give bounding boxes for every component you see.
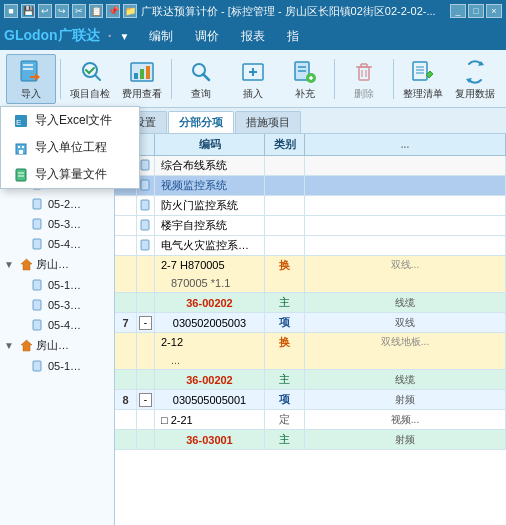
cell-type: 换 xyxy=(265,333,305,351)
cell-type2 xyxy=(265,274,305,292)
expand-btn-7[interactable]: - xyxy=(139,316,152,330)
table-row[interactable]: 36-00202 主 线缆 xyxy=(115,293,506,313)
tab-cuoshimubiao[interactable]: 措施项目 xyxy=(235,111,301,133)
table-panel: 编码 类别 ... 综合布线系统 xyxy=(115,134,506,525)
tree-node-c7[interactable]: 05-4… xyxy=(0,315,114,335)
cell-type: 定 xyxy=(265,410,305,429)
supplement-button[interactable]: 补充 xyxy=(280,54,330,104)
copy-title-btn[interactable]: 📋 xyxy=(89,4,103,18)
insert-button[interactable]: 插入 xyxy=(228,54,278,104)
cell-expand[interactable]: - xyxy=(137,313,155,332)
query-button[interactable]: 查询 xyxy=(176,54,226,104)
svg-rect-45 xyxy=(33,199,41,209)
paste-title-btn[interactable]: 📌 xyxy=(106,4,120,18)
menu-zhi[interactable]: 指 xyxy=(277,23,309,49)
tree-node-c2[interactable]: 05-2… xyxy=(0,194,114,214)
reuse-button[interactable]: 复用数据 xyxy=(450,54,500,104)
cell-rest xyxy=(305,236,506,255)
tree-node-c3[interactable]: 05-3… xyxy=(0,214,114,234)
table-row[interactable]: 36-00202 主 线缆 xyxy=(115,370,506,390)
menu-tiaojia[interactable]: 调价 xyxy=(185,23,229,49)
table-row[interactable]: 7 - 030502005003 项 双线 xyxy=(115,313,506,333)
table-row[interactable]: 综合布线系统 xyxy=(115,156,506,176)
menu-bianzhi[interactable]: 编制 xyxy=(139,23,183,49)
tab-bubufenxiang[interactable]: 分部分项 xyxy=(168,111,234,133)
toolbar-sep-1 xyxy=(60,59,61,99)
table-row[interactable]: 2-7 H870005 换 双线... 870005 *1.1 xyxy=(115,256,506,293)
svg-line-6 xyxy=(95,75,100,80)
table-row[interactable]: □ 2-21 定 视频... xyxy=(115,410,506,430)
cut-title-btn[interactable]: ✂ xyxy=(72,4,86,18)
tree-node-root3[interactable]: ▼ 房山… xyxy=(0,335,114,356)
file-icon-c3 xyxy=(31,217,45,231)
svg-rect-57 xyxy=(141,220,149,230)
table-row[interactable]: 电气火灾监控系… xyxy=(115,236,506,256)
cell-rest: 射频 xyxy=(305,390,506,409)
table-row[interactable]: 2-12 换 双线地板... ... xyxy=(115,333,506,370)
self-check-button[interactable]: 项目自检 xyxy=(65,54,115,104)
cell-rest xyxy=(305,196,506,215)
save-title-btn[interactable]: 💾 xyxy=(21,4,35,18)
svg-rect-58 xyxy=(141,240,149,250)
table-row[interactable]: 楼宇自控系统 xyxy=(115,216,506,236)
tree-node-c6[interactable]: 05-3… xyxy=(0,295,114,315)
cell-seq xyxy=(115,256,137,274)
logo-separator: · xyxy=(108,28,112,44)
fee-check-button[interactable]: 费用查看 xyxy=(117,54,167,104)
cell-rest xyxy=(305,176,506,195)
clean-label: 整理清单 xyxy=(403,88,443,99)
cell-type: 主 xyxy=(265,370,305,389)
cell-code: 36-03001 xyxy=(155,430,265,449)
cell-rest2 xyxy=(305,274,506,292)
delete-icon xyxy=(350,58,378,86)
self-check-icon xyxy=(76,58,104,86)
cell-expand[interactable]: - xyxy=(137,390,155,409)
svg-rect-1 xyxy=(23,64,33,66)
import-calc-item[interactable]: 导入算量文件 xyxy=(1,161,139,188)
building-icon xyxy=(13,140,29,156)
table-row[interactable]: 8 - 030505005001 项 射频 xyxy=(115,390,506,410)
menu-bar: GLodon广联达 · ▼ 编制 调价 报表 指 xyxy=(0,22,506,50)
delete-button[interactable]: 删除 xyxy=(339,54,389,104)
folder-title-btn[interactable]: 📁 xyxy=(123,4,137,18)
svg-rect-10 xyxy=(146,66,150,79)
tree-node-c4[interactable]: 05-4… xyxy=(0,234,114,254)
logo: GLodon广联达 · ▼ xyxy=(4,27,129,45)
cell-seq xyxy=(115,333,137,351)
import-button[interactable]: 导入 xyxy=(6,54,56,104)
import-excel-item[interactable]: E 导入Excel文件 xyxy=(1,107,139,134)
clean-button[interactable]: 整理清单 xyxy=(398,54,448,104)
close-btn[interactable]: × xyxy=(486,4,502,18)
cell-code: 电气火灾监控系… xyxy=(155,236,265,255)
table-row[interactable]: 防火门监控系统 xyxy=(115,196,506,216)
menu-baobiao[interactable]: 报表 xyxy=(231,23,275,49)
cell-type: 项 xyxy=(265,390,305,409)
undo-title-btn[interactable]: ↩ xyxy=(38,4,52,18)
cell-type xyxy=(265,176,305,195)
expand-icon-root3[interactable]: ▼ xyxy=(4,340,16,351)
redo-title-btn[interactable]: ↪ xyxy=(55,4,69,18)
import-unit-item[interactable]: 导入单位工程 xyxy=(1,134,139,161)
cell-rest xyxy=(305,216,506,235)
logo-dropdown-arrow[interactable]: ▼ xyxy=(120,31,130,42)
table-row[interactable]: 36-03001 主 射频 xyxy=(115,430,506,450)
cell-code: 视频监控系统 xyxy=(155,176,265,195)
file-icon-c8 xyxy=(31,359,45,373)
import-icon xyxy=(17,58,45,86)
cell-seq xyxy=(115,370,137,389)
table-row[interactable]: 视频监控系统 xyxy=(115,176,506,196)
minimize-btn[interactable]: _ xyxy=(450,4,466,18)
house-icon-root3 xyxy=(19,339,33,353)
cell-code2: ... xyxy=(155,351,265,369)
tree-node-c8[interactable]: 05-1… xyxy=(0,356,114,376)
expand-btn-8[interactable]: - xyxy=(139,393,152,407)
maximize-btn[interactable]: □ xyxy=(468,4,484,18)
cell-seq xyxy=(115,196,137,215)
tree-node-c5[interactable]: 05-1… xyxy=(0,275,114,295)
reuse-icon xyxy=(461,58,489,86)
tree-node-root2[interactable]: ▼ 房山… xyxy=(0,254,114,275)
expand-icon-root2[interactable]: ▼ xyxy=(4,259,16,270)
cell-code: 36-00202 xyxy=(155,370,265,389)
delete-label: 删除 xyxy=(354,88,374,99)
tree-label-c4: 05-4… xyxy=(48,238,81,250)
